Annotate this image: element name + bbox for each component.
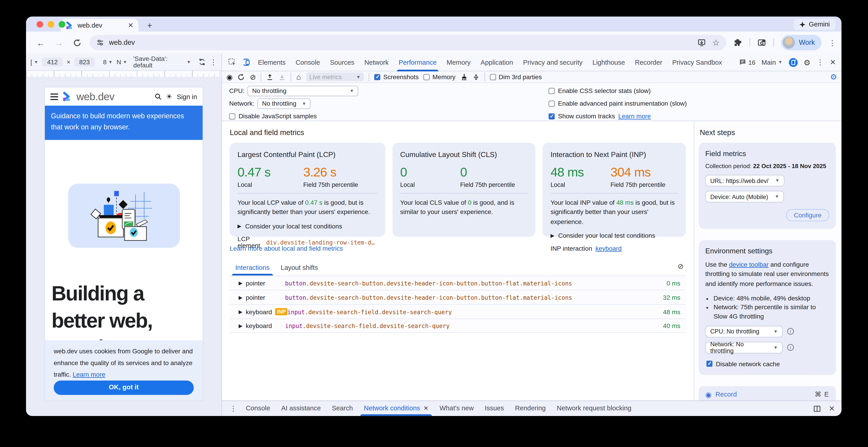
drawer-tab-network-request-blocking[interactable]: Network request blocking bbox=[551, 401, 637, 416]
inp-interaction-link[interactable]: keyboard bbox=[595, 245, 622, 251]
hamburger-menu-icon[interactable] bbox=[51, 93, 58, 100]
new-tab-button[interactable]: + bbox=[144, 20, 156, 30]
tab-performance[interactable]: Performance bbox=[394, 54, 442, 71]
tab-elements[interactable]: Elements bbox=[253, 54, 290, 71]
drawer-tab-issues[interactable]: Issues bbox=[479, 401, 509, 416]
close-drawer-icon[interactable]: ✕ bbox=[829, 404, 835, 413]
css-selector-stats-row[interactable]: Enable CSS selector stats (slow) bbox=[549, 85, 651, 96]
live-metrics-home-icon[interactable]: ⌂ bbox=[296, 72, 301, 81]
search-icon[interactable] bbox=[154, 93, 161, 100]
interaction-row[interactable]: ▶keyboard input.devsite-search-field.dev… bbox=[230, 318, 686, 333]
omnibox[interactable]: web.dev ☆ bbox=[90, 35, 726, 50]
row-disclosure-icon[interactable]: ▶ bbox=[239, 295, 243, 300]
drawer-tab-search[interactable]: Search bbox=[326, 401, 359, 416]
tab-sources[interactable]: Sources bbox=[325, 54, 359, 71]
row-disclosure-icon[interactable]: ▶ bbox=[239, 323, 243, 329]
maximize-window-button[interactable] bbox=[59, 21, 65, 28]
env-network-select[interactable]: Network: No throttling▼ bbox=[705, 342, 783, 353]
close-window-button[interactable] bbox=[36, 21, 43, 28]
browser-menu-icon[interactable]: ⋮ bbox=[829, 38, 836, 47]
inp-consider-toggle[interactable]: ▶Consider your local test conditions bbox=[551, 232, 678, 239]
download-profile-icon[interactable] bbox=[279, 73, 286, 80]
drawer-tab-rendering[interactable]: Rendering bbox=[509, 401, 551, 416]
device-width-input[interactable]: 412 bbox=[42, 58, 63, 66]
device-toolbar-menu-icon[interactable]: ⋮ bbox=[210, 58, 217, 66]
disable-cache-checkbox[interactable] bbox=[706, 361, 712, 367]
lcp-element-link[interactable]: div.devsite-landing-row-item-d… bbox=[264, 238, 378, 246]
drawer-tab-network-conditions[interactable]: Network conditions✕ bbox=[359, 401, 434, 416]
bookmark-star-icon[interactable]: ☆ bbox=[712, 38, 720, 47]
install-icon[interactable] bbox=[697, 38, 706, 47]
interaction-row[interactable]: ▶pointer button.devsite-search-button.de… bbox=[230, 290, 686, 304]
paint-instrumentation-checkbox[interactable] bbox=[549, 100, 555, 107]
tab-privacy-security[interactable]: Privacy and security bbox=[518, 54, 588, 71]
custom-tracks-checkbox[interactable] bbox=[549, 113, 555, 119]
clear-interactions-icon[interactable]: ⊘ bbox=[678, 262, 684, 271]
tab-recorder[interactable]: Recorder bbox=[630, 54, 668, 71]
close-tab-icon[interactable]: ✕ bbox=[128, 21, 133, 29]
record-button[interactable]: ◉ Record ⌘ E bbox=[699, 386, 836, 401]
forward-button[interactable]: → bbox=[50, 38, 68, 47]
garbage-collect-icon[interactable] bbox=[461, 73, 468, 80]
lcp-consider-toggle[interactable]: ▶Consider your local test conditions bbox=[238, 222, 377, 229]
tab-layout-shifts[interactable]: Layout shifts bbox=[275, 261, 323, 276]
theme-toggle-icon[interactable]: ☀ bbox=[166, 92, 173, 101]
reload-button[interactable] bbox=[68, 38, 87, 47]
url-text[interactable]: web.dev bbox=[109, 39, 692, 46]
devtools-close-icon[interactable]: ✕ bbox=[830, 58, 836, 67]
cpu-throttling-select[interactable]: No throttling▼ bbox=[248, 85, 359, 96]
tab-lighthouse[interactable]: Lighthouse bbox=[588, 54, 630, 71]
configure-button[interactable]: Configure bbox=[786, 209, 829, 221]
info-icon[interactable]: i bbox=[787, 344, 794, 351]
drawer-tab-ai-assistance[interactable]: AI assistance bbox=[276, 401, 326, 416]
disable-cache-row[interactable]: Disable network cache bbox=[706, 360, 829, 367]
profile-chip[interactable]: Work bbox=[781, 35, 822, 50]
upload-profile-icon[interactable] bbox=[267, 73, 274, 80]
device-type-select[interactable]: [▼ bbox=[30, 59, 38, 65]
drawer-tab-whats-new[interactable]: What's new bbox=[434, 401, 479, 416]
drawer-tab-console[interactable]: Console bbox=[240, 401, 276, 416]
record-reload-icon[interactable] bbox=[238, 73, 245, 80]
devtools-settings-icon[interactable]: ⚙ bbox=[804, 58, 810, 67]
dim-3rd-parties-checkbox[interactable] bbox=[490, 74, 496, 80]
tab-network[interactable]: Network bbox=[359, 54, 394, 71]
disable-js-row[interactable]: Disable JavaScript samples bbox=[229, 111, 317, 122]
sign-in-button[interactable]: Sign in bbox=[177, 93, 197, 100]
collapse-expand-icon[interactable] bbox=[473, 73, 479, 80]
tab-application[interactable]: Application bbox=[476, 54, 518, 71]
context-selector[interactable]: Main▼ bbox=[762, 58, 783, 66]
close-drawer-tab-icon[interactable]: ✕ bbox=[423, 401, 429, 416]
row-disclosure-icon[interactable]: ▶ bbox=[239, 309, 243, 314]
record-icon[interactable]: ◉ bbox=[226, 73, 233, 81]
drawer-menu-icon[interactable]: ⋮ bbox=[226, 404, 240, 413]
webdev-logo-icon[interactable] bbox=[62, 92, 72, 101]
info-icon[interactable]: i bbox=[787, 328, 794, 335]
dim-3rd-parties-row[interactable]: Dim 3rd parties bbox=[490, 73, 542, 80]
browser-tab[interactable]: web.dev ✕ bbox=[61, 19, 138, 31]
tab-privacy-sandbox[interactable]: Privacy Sandbox bbox=[667, 54, 727, 71]
cookie-ok-button[interactable]: OK, got it bbox=[54, 380, 194, 395]
capture-settings-icon[interactable]: ⚙ bbox=[830, 72, 837, 81]
devtools-menu-icon[interactable]: ⋮ bbox=[816, 58, 824, 67]
memory-checkbox[interactable] bbox=[424, 74, 430, 80]
emulation-indicator-icon[interactable] bbox=[788, 58, 797, 67]
field-device-select[interactable]: Device: Auto (Mobile)▼ bbox=[705, 191, 784, 202]
device-height-input[interactable]: 823 bbox=[74, 58, 95, 66]
screenshots-checkbox-row[interactable]: Screenshots bbox=[374, 73, 418, 80]
custom-tracks-row[interactable]: Show custom tracks Learn more bbox=[549, 111, 651, 122]
zoom-select[interactable]: 8▼ bbox=[103, 59, 113, 65]
custom-tracks-learn-more-link[interactable]: Learn more bbox=[618, 113, 651, 119]
tab-interactions[interactable]: Interactions bbox=[230, 261, 275, 276]
field-url-select[interactable]: URL: https://web.dev/▼ bbox=[705, 175, 784, 186]
inspect-icon[interactable] bbox=[225, 58, 239, 67]
memory-checkbox-row[interactable]: Memory bbox=[424, 73, 456, 80]
gemini-button[interactable]: Gemini bbox=[794, 19, 835, 30]
interaction-row[interactable]: ▶keyboardINP input.devsite-search-field.… bbox=[230, 304, 686, 319]
rotate-device-icon[interactable] bbox=[198, 58, 206, 66]
issues-counter[interactable]: 16 bbox=[739, 59, 755, 66]
row-disclosure-icon[interactable]: ▶ bbox=[239, 280, 243, 285]
webdev-logo-text[interactable]: web.dev bbox=[76, 91, 114, 103]
minimize-window-button[interactable] bbox=[48, 21, 54, 28]
side-panel-search-icon[interactable] bbox=[757, 38, 766, 47]
tab-memory[interactable]: Memory bbox=[442, 54, 476, 71]
